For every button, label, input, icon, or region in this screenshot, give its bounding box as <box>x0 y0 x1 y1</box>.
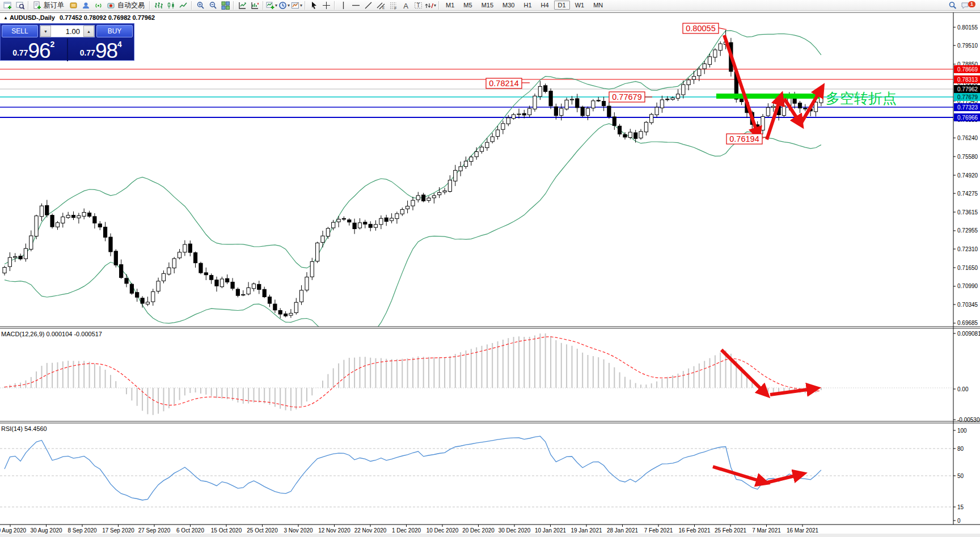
toolbar-separator <box>149 1 150 10</box>
zoom-out-button[interactable] <box>206 1 219 10</box>
svg-text:50: 50 <box>957 473 964 479</box>
svg-text:0.78313: 0.78313 <box>957 77 978 83</box>
svg-text:16 Feb 2021: 16 Feb 2021 <box>678 527 711 534</box>
toolbar-separator <box>191 1 192 10</box>
svg-text:0.00: 0.00 <box>957 386 969 392</box>
zoom-out-icon <box>209 1 217 10</box>
chart-title: ▲AUDUSD-,Daily0.77452 0.78092 0.76982 0.… <box>3 14 155 21</box>
green-pivot-bar[interactable] <box>716 94 820 99</box>
svg-text:0.75580: 0.75580 <box>957 154 978 160</box>
new-order-button[interactable] <box>31 1 43 10</box>
autotrading-icon <box>107 1 115 10</box>
crosshair-button[interactable] <box>320 1 332 10</box>
signals-icon <box>94 1 103 10</box>
tile-windows-button[interactable] <box>219 1 231 10</box>
bar-chart-button[interactable] <box>152 1 164 10</box>
sell-button[interactable]: SELL <box>2 25 38 37</box>
svg-text:100: 100 <box>957 428 967 434</box>
svg-text:80: 80 <box>957 446 964 452</box>
cursor-button[interactable] <box>307 1 320 10</box>
svg-text:F: F <box>394 6 396 10</box>
svg-text:0.74275: 0.74275 <box>957 191 978 197</box>
indicator-window-button[interactable] <box>236 1 248 10</box>
price-callout-text: 0.78214 <box>489 79 518 88</box>
svg-text:0.70345: 0.70345 <box>957 302 978 308</box>
search-button[interactable] <box>947 1 959 10</box>
label-icon: T <box>414 1 423 10</box>
svg-text:15: 15 <box>957 504 964 510</box>
fibonacci-button[interactable]: F <box>387 1 399 10</box>
buy-price-big: 98 <box>95 43 117 60</box>
svg-text:0.72310: 0.72310 <box>957 246 978 252</box>
svg-text:27 Sep 2020: 27 Sep 2020 <box>138 527 171 534</box>
svg-text:10 Dec 2020: 10 Dec 2020 <box>426 527 459 534</box>
periods-button[interactable]: ▾ <box>278 1 290 10</box>
channel-icon: E <box>377 1 385 10</box>
svg-text:16 Mar 2021: 16 Mar 2021 <box>787 527 819 534</box>
svg-text:A: A <box>403 1 408 10</box>
svg-text:0.77679: 0.77679 <box>957 94 978 100</box>
buy-price-sup: 4 <box>117 40 122 49</box>
timeframe-w1-button[interactable]: W1 <box>571 1 589 10</box>
svg-text:0: 0 <box>957 518 961 524</box>
svg-text:0.73615: 0.73615 <box>957 209 978 215</box>
timeframe-d1-button[interactable]: D1 <box>554 1 570 10</box>
svg-text:0.70990: 0.70990 <box>957 283 978 289</box>
history-center-button[interactable] <box>67 1 79 10</box>
svg-text:0.74920: 0.74920 <box>957 172 978 179</box>
chevron-down-icon: ▾ <box>300 3 302 8</box>
indicator-list-button[interactable] <box>248 1 261 10</box>
timeframe-h4-button[interactable]: H4 <box>537 1 553 10</box>
community-button[interactable] <box>79 1 92 10</box>
text-button[interactable]: A <box>399 1 412 10</box>
buy-button[interactable]: BUY <box>96 25 133 37</box>
community-icon <box>82 1 90 10</box>
timeframe-m15-button[interactable]: M15 <box>478 1 497 10</box>
chart-canvas[interactable]: 0.801550.795100.788500.781900.775450.768… <box>0 0 980 537</box>
volume-increase-button[interactable]: ▲ <box>83 26 94 37</box>
volume-decrease-button[interactable]: ▼ <box>40 26 51 37</box>
hline-button[interactable] <box>349 1 362 10</box>
new-order-label[interactable]: 新订单 <box>44 1 64 10</box>
chart-profiles-button[interactable] <box>14 1 26 10</box>
timeframe-m30-button[interactable]: M30 <box>499 1 518 10</box>
new-order-icon <box>33 1 41 10</box>
svg-text:-0.005306: -0.005306 <box>957 417 980 423</box>
candlestick-icon <box>167 1 175 10</box>
pivot-note-text[interactable]: 多空转折点 <box>826 90 897 106</box>
timeframe-h1-button[interactable]: H1 <box>519 1 535 10</box>
trendline-button[interactable] <box>362 1 374 10</box>
buy-price[interactable]: 0.77 98 4 <box>68 39 134 61</box>
volume-input[interactable]: 1.00 <box>51 26 83 37</box>
autotrading-label[interactable]: 自动交易 <box>117 1 145 10</box>
chevron-down-icon: ▾ <box>288 3 290 8</box>
channel-button[interactable]: E <box>374 1 387 10</box>
svg-text:17 Sep 2020: 17 Sep 2020 <box>102 527 134 534</box>
chevron-down-icon: ▾ <box>275 3 277 8</box>
chevron-down-icon: ▾ <box>434 3 436 8</box>
svg-text:0.009081: 0.009081 <box>957 331 980 337</box>
candlestick-button[interactable] <box>164 1 177 10</box>
label-button[interactable]: T <box>412 1 424 10</box>
add-indicator-button[interactable]: ▾ <box>265 1 278 10</box>
notification-badge[interactable]: 1 <box>968 1 975 7</box>
timeframe-m1-button[interactable]: M1 <box>442 1 458 10</box>
templates-button[interactable]: ▾ <box>290 1 303 10</box>
vline-icon <box>339 1 348 10</box>
autotrading-button[interactable] <box>104 1 117 10</box>
sell-price-big: 96 <box>28 43 50 60</box>
shapes-button[interactable]: ▾ <box>424 1 437 10</box>
svg-text:0.77323: 0.77323 <box>957 104 978 111</box>
vline-button[interactable] <box>337 1 349 10</box>
svg-text:0.76240: 0.76240 <box>957 135 978 141</box>
zoom-in-button[interactable] <box>194 1 206 10</box>
timeframe-m5-button[interactable]: M5 <box>459 1 476 10</box>
indicator-list-icon <box>251 1 259 10</box>
line-chart-button[interactable] <box>177 1 189 10</box>
new-chart-button[interactable] <box>1 1 14 10</box>
signals-button[interactable] <box>92 1 104 10</box>
timeframe-mn-button[interactable]: MN <box>589 1 607 10</box>
sell-price-small: 0.77 <box>12 48 28 57</box>
sell-price[interactable]: 0.77 96 2 <box>1 39 67 61</box>
price-callout-text: 0.76194 <box>729 134 759 143</box>
